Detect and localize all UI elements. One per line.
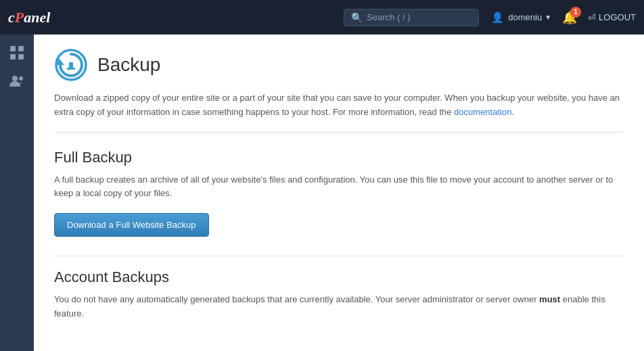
sidebar: [0, 34, 34, 351]
svg-rect-1: [18, 46, 24, 51]
svg-rect-2: [10, 54, 16, 60]
search-placeholder: Search ( / ): [367, 12, 410, 22]
account-backups-title: Account Backups: [54, 268, 624, 286]
user-menu[interactable]: 👤 domeniu ▼: [491, 11, 551, 24]
page-description: Download a zipped copy of your entire si…: [54, 91, 624, 133]
sidebar-item-apps[interactable]: [5, 41, 28, 64]
full-backup-description: A full backup creates an archive of all …: [54, 173, 624, 202]
backup-icon: [54, 48, 88, 82]
notifications-bell[interactable]: 🔔 1: [562, 10, 577, 25]
svg-rect-9: [67, 68, 75, 70]
svg-rect-0: [10, 46, 16, 51]
cpanel-logo[interactable]: cPanel: [8, 9, 50, 26]
svg-rect-3: [18, 54, 24, 60]
user-caret-icon: ▼: [545, 14, 551, 21]
full-backup-title: Full Backup: [54, 149, 624, 166]
notification-badge: 1: [570, 7, 581, 18]
description-text-start: Download a zipped copy of your entire si…: [54, 93, 620, 117]
main-content: Backup Download a zipped copy of your en…: [34, 34, 644, 351]
logout-icon: ⏎: [588, 12, 596, 23]
logout-button[interactable]: ⏎ LOGOUT: [588, 12, 636, 23]
description-text-end: .: [511, 107, 514, 117]
page-title: Backup: [97, 54, 160, 76]
search-icon: 🔍: [351, 12, 363, 23]
logout-label: LOGOUT: [599, 12, 636, 22]
svg-point-4: [12, 76, 18, 81]
header: cPanel 🔍 Search ( / ) 👤 domeniu ▼ 🔔 1 ⏎ …: [0, 0, 644, 34]
section-divider: [54, 256, 624, 256]
svg-point-5: [19, 76, 23, 80]
search-box[interactable]: 🔍 Search ( / ): [344, 9, 479, 26]
account-backups-text-start: You do not have any automatically genera…: [54, 294, 539, 304]
documentation-link[interactable]: documentation: [454, 107, 511, 117]
account-backups-text-bold: must: [539, 294, 560, 304]
sidebar-item-users[interactable]: [5, 70, 28, 93]
username-label: domeniu: [508, 12, 542, 22]
download-full-backup-button[interactable]: Download a Full Website Backup: [54, 213, 209, 237]
user-icon: 👤: [491, 11, 504, 24]
account-backups-description: You do not have any automatically genera…: [54, 293, 624, 321]
page-title-row: Backup: [54, 48, 624, 82]
